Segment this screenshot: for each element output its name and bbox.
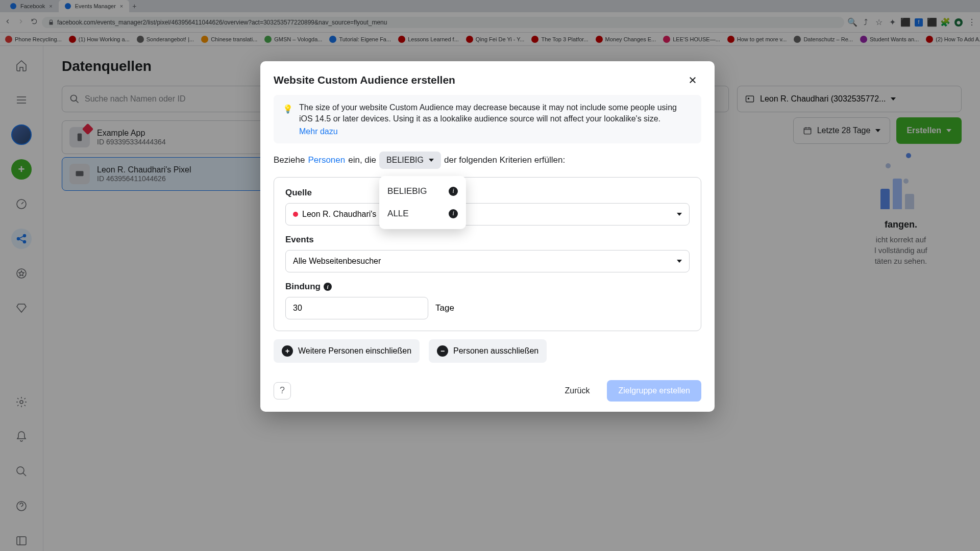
retention-days-input[interactable]: [285, 297, 428, 319]
option-label: BELIEBIG: [387, 186, 427, 196]
people-link[interactable]: Personen: [308, 155, 345, 165]
chevron-down-icon: [429, 159, 434, 162]
help-button[interactable]: ?: [274, 382, 291, 399]
plus-circle-icon: +: [282, 345, 293, 357]
action-label: Weitere Personen einschließen: [298, 346, 411, 356]
info-icon[interactable]: i: [449, 187, 458, 196]
back-button[interactable]: Zurück: [554, 380, 601, 402]
close-button[interactable]: [684, 71, 701, 89]
learn-more-link[interactable]: Mehr dazu: [299, 127, 338, 136]
events-value: Alle Webseitenbesucher: [293, 257, 381, 266]
close-icon: [688, 76, 697, 85]
events-label: Events: [285, 235, 690, 245]
exclude-button[interactable]: − Personen ausschließen: [429, 339, 547, 363]
action-label: Personen ausschließen: [453, 346, 538, 356]
dropdown-option-all[interactable]: ALLE i: [379, 203, 466, 225]
info-icon[interactable]: i: [324, 283, 332, 291]
days-label: Tage: [435, 303, 454, 313]
source-selector[interactable]: Leon R. Chaudhari's: [285, 203, 690, 226]
events-selector[interactable]: Alle Webseitenbesucher: [285, 250, 690, 272]
status-dot: [293, 212, 298, 217]
include-more-button[interactable]: + Weitere Personen einschließen: [274, 339, 420, 363]
option-label: ALLE: [387, 209, 409, 219]
create-audience-button[interactable]: Zielgruppe erstellen: [607, 380, 701, 402]
bulb-icon: 💡: [283, 102, 292, 136]
source-value: Leon R. Chaudhari's: [302, 210, 376, 219]
source-label: Quelle: [285, 188, 690, 198]
binding-label: Bindung i: [285, 282, 690, 292]
dropdown-option-any[interactable]: BELIEBIG i: [379, 180, 466, 203]
criteria-text: Beziehe: [274, 155, 305, 165]
criteria-text: der folgenden Kriterien erfüllen:: [444, 155, 565, 165]
criteria-text: ein, die: [348, 155, 376, 165]
create-audience-modal: Website Custom Audience erstellen 💡 The …: [260, 61, 715, 412]
chevron-down-icon: [677, 260, 682, 263]
minus-circle-icon: −: [437, 345, 448, 357]
info-box: 💡 The size of your website Custom Audien…: [274, 95, 701, 143]
info-icon[interactable]: i: [449, 209, 458, 218]
chip-label: BELIEBIG: [386, 156, 424, 165]
modal-title: Website Custom Audience erstellen: [274, 74, 455, 86]
match-type-dropdown: BELIEBIG i ALLE i: [379, 176, 466, 229]
match-type-selector[interactable]: BELIEBIG BELIEBIG i ALLE i: [379, 152, 441, 169]
info-text: The size of your website Custom Audience…: [299, 102, 692, 125]
chevron-down-icon: [677, 213, 682, 216]
criteria-row: Beziehe Personen ein, die BELIEBIG BELIE…: [274, 152, 701, 169]
